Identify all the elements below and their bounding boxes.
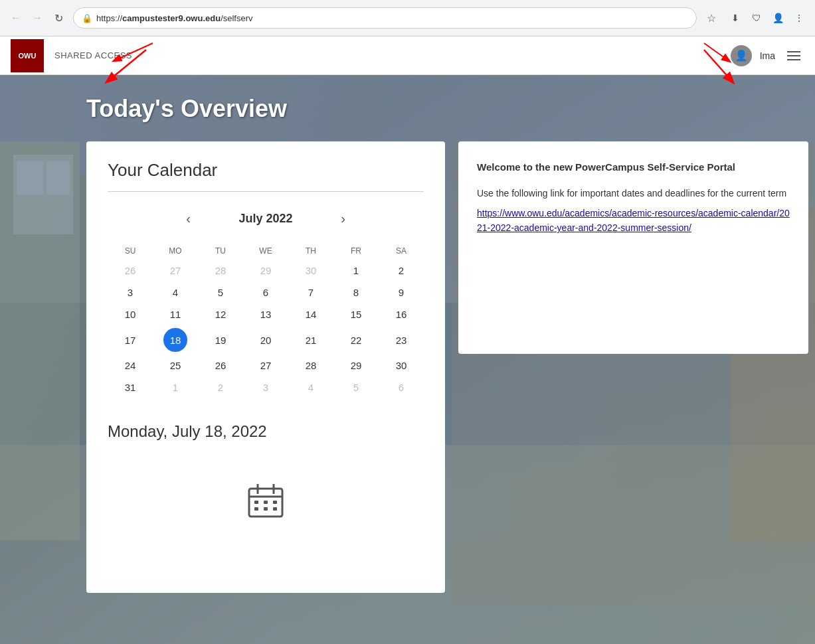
calendar-day[interactable]: 27 — [153, 260, 198, 282]
calendar-day[interactable]: 4 — [288, 376, 333, 398]
header-right: 👤 Ima — [731, 45, 804, 66]
calendar-day[interactable]: 20 — [243, 325, 288, 355]
calendar-day[interactable]: 22 — [333, 325, 379, 355]
calendar-week-4: 17181920212223 — [108, 325, 424, 355]
day-header-mo: MO — [153, 242, 198, 260]
calendar-day[interactable]: 26 — [198, 355, 243, 376]
calendar-day[interactable]: 30 — [288, 260, 333, 282]
calendar-day[interactable]: 23 — [379, 325, 424, 355]
refresh-button[interactable]: ↻ — [49, 9, 68, 27]
calendar-day[interactable]: 29 — [333, 355, 379, 376]
user-name: Ima — [760, 50, 775, 61]
svg-rect-22 — [273, 501, 277, 504]
back-button[interactable]: ← — [7, 9, 25, 27]
info-card-title: Welcome to the new PowerCampus Self-Serv… — [477, 160, 790, 175]
calendar-day[interactable]: 17 — [108, 325, 153, 355]
calendar-day[interactable]: 6 — [379, 376, 424, 398]
calendar-day[interactable]: 6 — [243, 282, 288, 303]
browser-nav-buttons: ← → ↻ — [7, 9, 68, 27]
calendar-grid: SU MO TU WE TH FR SA 2627282930123456789… — [108, 242, 424, 398]
forward-button[interactable]: → — [28, 9, 46, 27]
calendar-day[interactable]: 13 — [243, 303, 288, 325]
svg-rect-13 — [46, 161, 70, 195]
svg-rect-23 — [254, 507, 258, 511]
calendar-day[interactable]: 24 — [108, 355, 153, 376]
bookmark-button[interactable]: ☆ — [702, 9, 721, 27]
calendar-header: ‹ July 2022 › — [108, 208, 424, 229]
calendar-day[interactable]: 14 — [288, 303, 333, 325]
calendar-day[interactable]: 2 — [198, 376, 243, 398]
url-display: https://campustester9.owu.edu/selfserv — [96, 13, 688, 23]
calendar-day[interactable]: 31 — [108, 376, 153, 398]
calendar-icon-bottom — [108, 481, 424, 521]
calendar-day[interactable]: 3 — [108, 282, 153, 303]
browser-actions: ⬇ 🛡 👤 ⋮ — [726, 9, 808, 27]
info-card-link[interactable]: https://www.owu.edu/academics/academic-r… — [477, 208, 790, 233]
svg-rect-24 — [264, 507, 268, 511]
calendar-day[interactable]: 15 — [333, 303, 379, 325]
calendar-week-5: 24252627282930 — [108, 355, 424, 376]
day-header-fr: FR — [333, 242, 379, 260]
next-month-button[interactable]: › — [333, 208, 354, 229]
shared-access-label: SHARED ACCESS — [54, 50, 132, 60]
security-icon: 🔒 — [82, 13, 92, 23]
calendar-day[interactable]: 2 — [379, 260, 424, 282]
hamburger-menu-button[interactable] — [783, 45, 804, 66]
calendar-day[interactable]: 12 — [198, 303, 243, 325]
svg-line-1 — [704, 43, 727, 60]
calendar-day[interactable]: 7 — [288, 282, 333, 303]
svg-rect-25 — [273, 507, 277, 511]
address-bar[interactable]: 🔒 https://campustester9.owu.edu/selfserv — [73, 7, 697, 29]
app-header: OWU SHARED ACCESS 👤 Ima — [0, 37, 815, 75]
prev-month-button[interactable]: ‹ — [177, 208, 199, 229]
calendar-day[interactable]: 4 — [153, 282, 198, 303]
calendar-day[interactable]: 3 — [243, 376, 288, 398]
calendar-day[interactable]: 9 — [379, 282, 424, 303]
owu-logo: OWU — [11, 39, 44, 72]
user-icon: 👤 — [735, 49, 748, 62]
avatar: 👤 — [731, 45, 752, 66]
selected-date: Monday, July 18, 2022 — [108, 422, 424, 441]
browser-chrome: ← → ↻ 🔒 https://campustester9.owu.edu/se… — [0, 0, 815, 37]
download-button[interactable]: ⬇ — [726, 9, 745, 27]
info-card-body: Use the following link for important dat… — [477, 186, 790, 201]
calendar-day[interactable]: 5 — [333, 376, 379, 398]
calendar-bottom-icon — [246, 481, 286, 521]
profile-browser-button[interactable]: 👤 — [769, 9, 787, 27]
svg-rect-12 — [17, 161, 43, 195]
url-domain: campustester9.owu.edu — [122, 13, 221, 23]
calendar-week-1: 262728293012 — [108, 260, 424, 282]
calendar-day[interactable]: 1 — [333, 260, 379, 282]
calendar-day[interactable]: 10 — [108, 303, 153, 325]
calendar-card-title: Your Calendar — [108, 160, 424, 181]
calendar-day[interactable]: 28 — [288, 355, 333, 376]
svg-rect-21 — [264, 501, 268, 504]
svg-rect-20 — [254, 501, 258, 504]
day-header-th: TH — [288, 242, 333, 260]
calendar-day[interactable]: 30 — [379, 355, 424, 376]
calendar-day[interactable]: 27 — [243, 355, 288, 376]
calendar-day[interactable]: 8 — [333, 282, 379, 303]
calendar-day-today[interactable]: 18 — [153, 325, 198, 355]
calendar-week-3: 10111213141516 — [108, 303, 424, 325]
info-card: Welcome to the new PowerCampus Self-Serv… — [458, 141, 808, 354]
calendar-day[interactable]: 11 — [153, 303, 198, 325]
calendar-day-headers: SU MO TU WE TH FR SA — [108, 242, 424, 260]
calendar-day[interactable]: 28 — [198, 260, 243, 282]
calendar-day[interactable]: 1 — [153, 376, 198, 398]
cards-container: Your Calendar ‹ July 2022 › SU MO TU WE … — [86, 141, 808, 593]
calendar-week-6: 31123456 — [108, 376, 424, 398]
calendar-divider — [108, 191, 424, 192]
browser-menu-button[interactable]: ⋮ — [790, 9, 808, 27]
calendar-day[interactable]: 26 — [108, 260, 153, 282]
day-header-su: SU — [108, 242, 153, 260]
calendar-day[interactable]: 25 — [153, 355, 198, 376]
main-content: Today's Overview Your Calendar ‹ July 20… — [0, 75, 815, 644]
calendar-day[interactable]: 29 — [243, 260, 288, 282]
extension-shield-button[interactable]: 🛡 — [747, 9, 766, 27]
calendar-day[interactable]: 21 — [288, 325, 333, 355]
calendar-day[interactable]: 16 — [379, 303, 424, 325]
calendar-day[interactable]: 5 — [198, 282, 243, 303]
calendar-day[interactable]: 19 — [198, 325, 243, 355]
page-title: Today's Overview — [86, 95, 287, 123]
